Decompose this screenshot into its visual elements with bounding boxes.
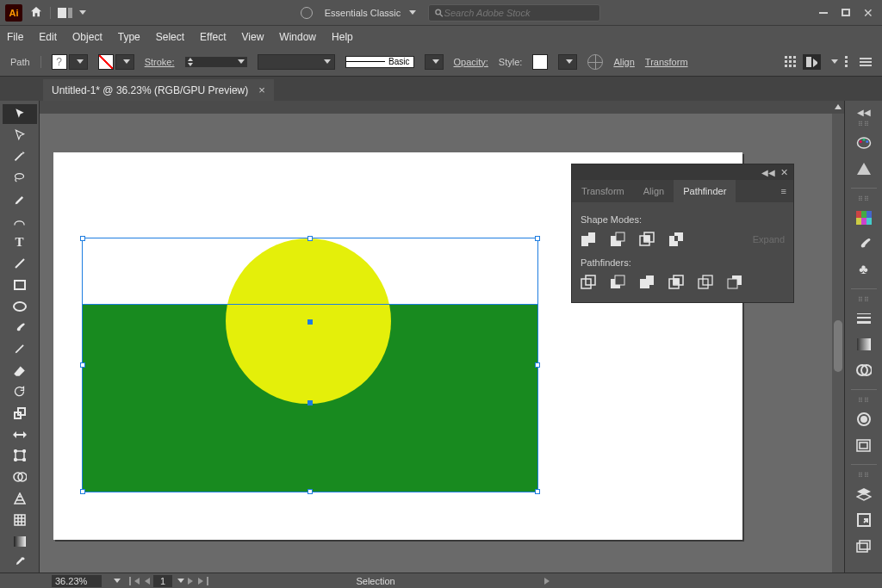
home-icon[interactable]: [29, 5, 43, 21]
shapemode-intersect-icon[interactable]: [639, 232, 655, 247]
pathfinder-divide-icon[interactable]: [581, 275, 596, 290]
align-to-grid-icon[interactable]: [785, 56, 796, 67]
last-artboard-icon[interactable]: [198, 578, 203, 585]
menu-view[interactable]: View: [242, 31, 264, 43]
vertical-scrollbar[interactable]: [832, 114, 844, 573]
zoom-menu-icon[interactable]: [114, 579, 121, 583]
style-dropdown[interactable]: [558, 54, 577, 70]
pathfinder-minus-back-icon[interactable]: [727, 275, 742, 290]
line-tool[interactable]: [3, 254, 37, 274]
menu-icon[interactable]: [845, 56, 848, 67]
window-maximize-icon[interactable]: [837, 6, 854, 20]
layout-switch[interactable]: [58, 8, 86, 18]
direct-selection-tool[interactable]: [3, 126, 37, 145]
shapemode-exclude-icon[interactable]: [668, 232, 684, 247]
zoom-level[interactable]: 36.23%: [52, 575, 102, 587]
gradient-panel-icon[interactable]: [854, 334, 874, 355]
width-tool[interactable]: [3, 424, 37, 444]
gradient-tool[interactable]: [3, 531, 37, 551]
menu-object[interactable]: Object: [72, 31, 102, 43]
fill-swatch[interactable]: [52, 54, 67, 70]
menu-edit[interactable]: Edit: [39, 31, 57, 43]
pathfinder-merge-icon[interactable]: [639, 275, 655, 290]
swatches-panel-icon[interactable]: [854, 207, 874, 228]
panel-grip[interactable]: ⠿⠿: [858, 399, 870, 404]
menu-file[interactable]: File: [7, 31, 23, 43]
rotate-tool[interactable]: [3, 382, 37, 402]
pencil-tool[interactable]: [3, 339, 37, 359]
fill-dropdown[interactable]: [69, 54, 88, 70]
free-transform-tool[interactable]: [3, 446, 37, 466]
panel-tab-align[interactable]: Align: [634, 180, 674, 202]
opacity-label[interactable]: Opacity:: [454, 57, 488, 67]
asset-export-panel-icon[interactable]: [854, 510, 874, 530]
paintbrush-tool[interactable]: [3, 318, 37, 337]
color-guide-icon[interactable]: [854, 158, 874, 179]
curvature-tool[interactable]: [3, 211, 37, 231]
workspace-switcher[interactable]: Essentials Classic: [325, 8, 417, 18]
stroke-panel-icon[interactable]: [854, 308, 874, 329]
panel-grip[interactable]: ⠿⠿: [858, 197, 870, 202]
window-close-icon[interactable]: ✕: [860, 6, 877, 20]
tips-icon[interactable]: [301, 7, 313, 19]
canvas[interactable]: ◀◀ ✕ Transform Align Pathfinder ≡ Shape …: [40, 101, 844, 573]
pathfinder-trim-icon[interactable]: [610, 275, 625, 290]
panel-grip[interactable]: ⠿⠿: [858, 122, 870, 127]
panel-tab-transform[interactable]: Transform: [572, 180, 634, 202]
next-artboard-icon[interactable]: [188, 578, 193, 585]
pen-tool[interactable]: [3, 189, 37, 209]
layers-panel-icon[interactable]: [854, 484, 874, 504]
panel-grip[interactable]: ⠿⠿: [858, 473, 870, 479]
panel-collapse-icon[interactable]: ◀◀: [761, 168, 775, 177]
stroke-profile[interactable]: [258, 54, 335, 70]
stroke-dropdown[interactable]: [115, 54, 134, 70]
artboard-menu-icon[interactable]: [177, 579, 184, 583]
brushes-panel-icon[interactable]: [854, 233, 874, 254]
ellipse-tool[interactable]: [3, 296, 37, 316]
selection-tool[interactable]: [3, 104, 37, 124]
pathfinder-outline-icon[interactable]: [698, 275, 713, 290]
menu-type[interactable]: Type: [118, 31, 140, 43]
eyedropper-tool[interactable]: [3, 553, 37, 573]
stock-search[interactable]: [428, 4, 600, 22]
lasso-tool[interactable]: [3, 168, 37, 188]
transform-link[interactable]: Transform: [645, 57, 688, 67]
prev-artboard-icon[interactable]: [145, 578, 150, 585]
symbols-panel-icon[interactable]: ♣: [854, 259, 874, 280]
type-tool[interactable]: T: [3, 232, 37, 252]
shapemode-unite-icon[interactable]: [581, 232, 596, 247]
shapemode-minus-front-icon[interactable]: [610, 232, 625, 247]
document-tab[interactable]: Untitled-1* @ 36.23% (RGB/GPU Preview) ×: [43, 79, 274, 101]
first-artboard-icon[interactable]: [134, 578, 140, 585]
menu-window[interactable]: Window: [279, 31, 316, 43]
menu-effect[interactable]: Effect: [200, 31, 226, 43]
panel-tab-pathfinder[interactable]: Pathfinder: [674, 180, 736, 202]
shape-builder-tool[interactable]: [3, 467, 37, 487]
pathfinder-crop-icon[interactable]: [668, 275, 684, 290]
eraser-tool[interactable]: [3, 361, 37, 381]
menu-select[interactable]: Select: [156, 31, 184, 43]
recolor-icon[interactable]: [587, 54, 603, 70]
stock-search-input[interactable]: [444, 8, 595, 18]
transparency-panel-icon[interactable]: [854, 360, 874, 381]
stroke-swatch[interactable]: [98, 54, 114, 70]
brush-dropdown[interactable]: [425, 54, 444, 70]
artboards-panel-icon[interactable]: [854, 535, 874, 556]
appearance-panel-icon[interactable]: [854, 409, 874, 430]
mesh-tool[interactable]: [3, 510, 37, 529]
menu-help[interactable]: Help: [332, 31, 353, 43]
style-swatch[interactable]: [532, 54, 548, 70]
artboard-number[interactable]: 1: [153, 575, 172, 587]
rectangle-tool[interactable]: [3, 275, 37, 295]
panel-more-icon[interactable]: [831, 59, 838, 64]
panel-menu-icon[interactable]: ≡: [774, 180, 793, 202]
isolate-icon[interactable]: [803, 54, 821, 70]
scale-tool[interactable]: [3, 403, 37, 423]
panel-close-icon[interactable]: ✕: [780, 167, 788, 178]
panel-grip[interactable]: ⠿⠿: [858, 298, 870, 303]
perspective-tool[interactable]: [3, 489, 37, 509]
brush-preset[interactable]: Basic: [345, 56, 414, 68]
close-tab-icon[interactable]: ×: [258, 84, 265, 96]
magic-wand-tool[interactable]: [3, 147, 37, 167]
graphic-styles-panel-icon[interactable]: [854, 435, 874, 455]
